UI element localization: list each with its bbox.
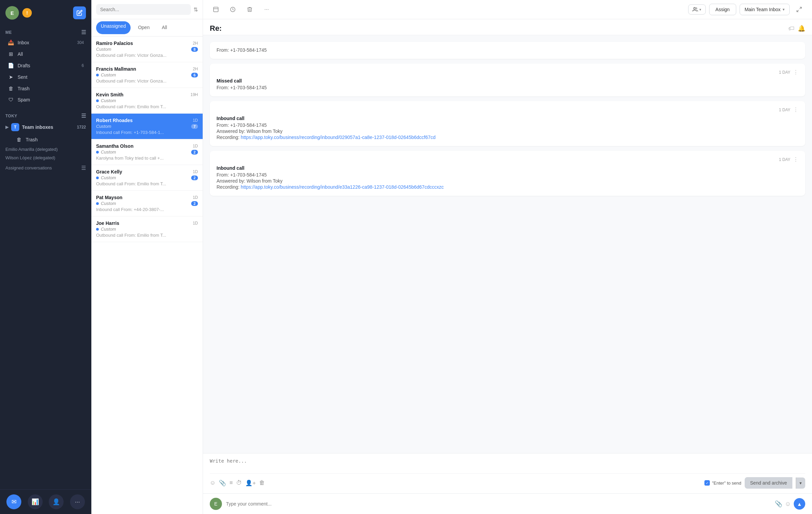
assigned-menu-icon[interactable]: ☰ <box>81 165 86 171</box>
recording-link[interactable]: https://app.toky.co/business/recording/i… <box>241 135 436 140</box>
drafts-label: Drafts <box>18 63 78 68</box>
sidebar-item-sent[interactable]: ➤ Sent <box>2 72 89 83</box>
tab-all[interactable]: All <box>157 21 172 34</box>
team-inboxes-header[interactable]: ▶ T Team inboxes 1722 <box>0 120 91 134</box>
tag-icon[interactable]: 🏷 <box>788 25 794 32</box>
comment-emoji-icon[interactable]: ☺ <box>785 500 791 508</box>
list-icon[interactable]: ≡ <box>229 480 233 486</box>
contacts-nav-button[interactable]: 👤 <box>49 494 64 509</box>
delegated-emilio[interactable]: Emilio Amarilla (delegated) <box>0 145 91 154</box>
sidebar-item-spam[interactable]: 🛡 Spam <box>2 94 89 105</box>
call-card: 1 DAY ⋮ Inbound call From: +1-703-584-17… <box>210 151 805 196</box>
delete-toolbar-icon[interactable] <box>244 3 256 16</box>
list-item[interactable]: Robert Rhoades 1D Custom 7 Inbound call … <box>91 114 203 139</box>
conv-label: Custom <box>96 72 116 77</box>
stats-nav-button[interactable]: 📊 <box>28 494 43 509</box>
comment-send-button[interactable]: ▲ <box>794 498 805 510</box>
conv-badge: 8 <box>191 47 198 52</box>
call-card: 1 DAY ⋮ Missed call From: +1-703-584-174… <box>210 64 805 96</box>
list-item[interactable]: Ramiro Palacios 2H Custom 8 Outbound cal… <box>91 37 203 62</box>
call-recording: Recording: https://app.toky.co/business/… <box>217 184 798 190</box>
timer-icon[interactable]: ⏱ <box>236 480 242 486</box>
tab-open[interactable]: Open <box>133 21 154 34</box>
call-time: 1 DAY <box>779 157 790 162</box>
sidebar-item-toky-trash[interactable]: 🗑 Trash <box>2 134 89 145</box>
sidebar-item-inbox[interactable]: 📥 Inbox 304 <box>2 37 89 48</box>
conv-preview: Outbound call From: Emilio from T... <box>96 233 191 238</box>
call-menu-icon[interactable]: ⋮ <box>793 107 798 113</box>
toky-menu-icon[interactable]: ☰ <box>81 113 86 119</box>
call-answered-by: Answered by: Wilson from Toky <box>217 178 798 184</box>
enter-send-checkbox[interactable]: ✓ <box>704 480 710 486</box>
me-menu-icon[interactable]: ☰ <box>81 29 86 36</box>
compose-right: ✓ "Enter" to send Send and archive ▾ <box>704 477 805 489</box>
conv-name: Pat Mayson <box>96 195 122 200</box>
expand-toolbar-icon[interactable] <box>793 3 805 16</box>
team-inboxes-count: 1722 <box>77 125 86 130</box>
more-nav-button[interactable]: ··· <box>70 494 85 509</box>
comment-attach-icon[interactable]: 📎 <box>775 500 782 508</box>
inbox-nav-button[interactable]: ✉ <box>6 494 21 509</box>
spam-label: Spam <box>18 97 84 102</box>
sidebar-item-trash[interactable]: 🗑 Trash <box>2 83 89 94</box>
team-inbox-icon: T <box>11 123 19 131</box>
sidebar-bottom: ✉ 📊 👤 ··· <box>0 489 91 514</box>
tab-unassigned[interactable]: Unassigned <box>96 21 131 34</box>
comment-avatar: E <box>210 498 222 510</box>
compose-input[interactable] <box>210 458 805 469</box>
more-toolbar-icon[interactable]: ··· <box>261 3 273 16</box>
assign-button[interactable]: Assign <box>709 4 736 15</box>
sidebar-item-drafts[interactable]: 📄 Drafts 6 <box>2 60 89 71</box>
list-item[interactable]: Joe Harris 1D Custom Outbound call From:… <box>91 216 203 242</box>
inbox-selector-button[interactable]: Main Team Inbox ▾ <box>740 4 790 15</box>
assigned-conversations-header[interactable]: Assigned conversations ☰ <box>0 162 91 174</box>
clock-toolbar-icon[interactable] <box>227 3 239 16</box>
conv-name: Robert Rhoades <box>96 118 133 123</box>
conv-label: Custom <box>96 175 116 180</box>
send-archive-button[interactable]: Send and archive <box>745 477 792 489</box>
sent-label: Sent <box>18 74 84 80</box>
compose-button[interactable] <box>73 6 86 19</box>
list-item[interactable]: Samantha Olson 1D Custom 2 Karolyna from… <box>91 139 203 165</box>
list-item[interactable]: Kevin Smith 19H Custom Outbound call Fro… <box>91 88 203 114</box>
compose-area: ☺ 📎 ≡ ⏱ 👤+ 🗑 ✓ "Enter" to send Send and … <box>203 453 812 493</box>
call-menu-icon[interactable]: ⋮ <box>793 156 798 163</box>
sort-icon[interactable]: ⇅ <box>194 6 198 13</box>
all-label: All <box>18 51 84 57</box>
list-item[interactable]: Francis Mallmann 2H Custom 6 Outbound ca… <box>91 62 203 88</box>
conv-badge: 6 <box>191 73 198 77</box>
conv-label: Custom <box>96 98 116 103</box>
conv-badge: 2 <box>191 201 198 206</box>
call-menu-icon[interactable]: ⋮ <box>793 69 798 75</box>
list-item[interactable]: Grace Kelly 1D Custom 2 Outbound call Fr… <box>91 165 203 191</box>
conv-preview: Outbound call From: Emilio from T... <box>96 104 191 109</box>
search-input[interactable] <box>96 4 191 15</box>
send-archive-caret-button[interactable]: ▾ <box>796 477 805 489</box>
conversation-title: Re: <box>210 24 222 33</box>
svg-point-2 <box>694 7 695 9</box>
sent-icon: ➤ <box>7 74 14 80</box>
conv-name: Kevin Smith <box>96 92 123 97</box>
main-content: ··· ▾ Assign Main Team Inbox ▾ Re: 🏷 🔔 F… <box>203 0 812 514</box>
conv-tabs: Unassigned Open All <box>91 19 203 37</box>
conv-preview: Inbound call From: +44-20-3807-... <box>96 207 191 212</box>
trash-compose-icon[interactable]: 🗑 <box>259 480 265 486</box>
delegated-wilson[interactable]: Wilson López (delegated) <box>0 154 91 162</box>
enter-to-send-label: ✓ "Enter" to send <box>704 480 741 486</box>
call-type: Inbound call <box>217 165 798 171</box>
call-from: From: +1-703-584-1745 <box>217 85 798 90</box>
recording-link[interactable]: https://app.toky.co/business/recording/i… <box>241 184 444 190</box>
emoji-icon[interactable]: ☺ <box>210 480 216 486</box>
sidebar-item-all[interactable]: ⊞ All <box>2 49 89 60</box>
sidebar-top: E ! <box>0 0 91 26</box>
attach-icon[interactable]: 📎 <box>219 480 226 487</box>
compose-toolbar-icon[interactable] <box>210 3 222 16</box>
people-assign-button[interactable]: ▾ <box>688 4 706 15</box>
bell-icon[interactable]: 🔔 <box>798 25 805 32</box>
conv-time: 19H <box>190 92 198 97</box>
inbox-selector-label: Main Team Inbox <box>745 7 781 12</box>
list-item[interactable]: Pat Mayson 1D Custom 2 Inbound call From… <box>91 191 203 216</box>
comment-input[interactable] <box>226 501 771 507</box>
add-user-compose-icon[interactable]: 👤+ <box>245 480 256 487</box>
call-from: From: +1-703-584-1745 <box>217 47 798 53</box>
